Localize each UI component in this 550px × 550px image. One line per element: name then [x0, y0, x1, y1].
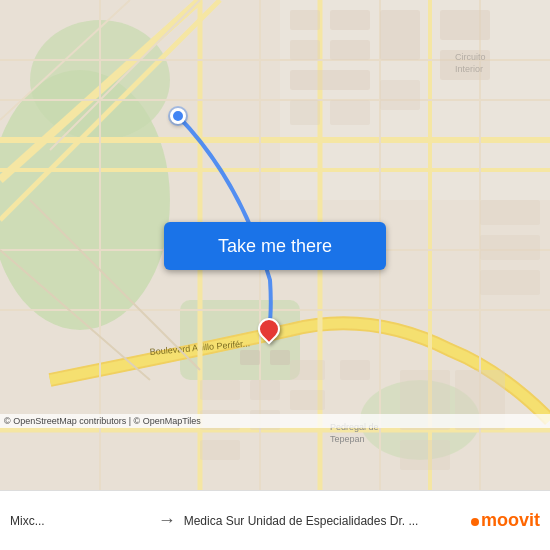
svg-rect-39 [290, 100, 320, 125]
svg-rect-57 [270, 350, 290, 365]
svg-rect-56 [240, 350, 260, 365]
svg-rect-35 [380, 10, 420, 60]
svg-rect-45 [200, 380, 240, 400]
svg-rect-52 [340, 360, 370, 380]
svg-rect-46 [250, 380, 280, 400]
attribution-text: © OpenStreetMap contributors | © OpenMap… [4, 416, 201, 426]
map-container: Boulevard Anillo Perifér... Circuito Int… [0, 0, 550, 490]
svg-rect-51 [290, 390, 325, 410]
svg-rect-31 [290, 10, 320, 30]
current-location-dot [170, 108, 186, 124]
origin-text: Mixc... [10, 514, 150, 528]
svg-rect-55 [400, 440, 450, 470]
svg-rect-42 [480, 200, 540, 225]
moovit-logo-dot [471, 518, 479, 526]
svg-rect-40 [330, 100, 370, 125]
destination-text: Medica Sur Unidad de Especialidades Dr. … [184, 514, 463, 528]
svg-rect-33 [290, 40, 320, 60]
bottom-bar: Mixc... → Medica Sur Unidad de Especiali… [0, 490, 550, 550]
moovit-logo: moovit [471, 510, 540, 531]
svg-rect-34 [330, 40, 370, 60]
svg-rect-36 [290, 70, 370, 90]
svg-text:Tepepan: Tepepan [330, 434, 365, 444]
svg-rect-41 [380, 80, 420, 110]
destination-pin [258, 318, 280, 340]
svg-rect-32 [330, 10, 370, 30]
map-attribution: © OpenStreetMap contributors | © OpenMap… [0, 414, 550, 428]
origin-label: Mixc... [10, 514, 150, 528]
direction-arrow: → [158, 510, 176, 531]
svg-rect-50 [290, 360, 325, 380]
take-me-there-button[interactable]: Take me there [164, 222, 386, 270]
moovit-logo-text: moovit [481, 510, 540, 531]
svg-rect-38 [440, 50, 490, 80]
svg-rect-43 [480, 235, 540, 260]
svg-rect-49 [200, 440, 240, 460]
svg-rect-44 [480, 270, 540, 295]
svg-rect-37 [440, 10, 490, 40]
